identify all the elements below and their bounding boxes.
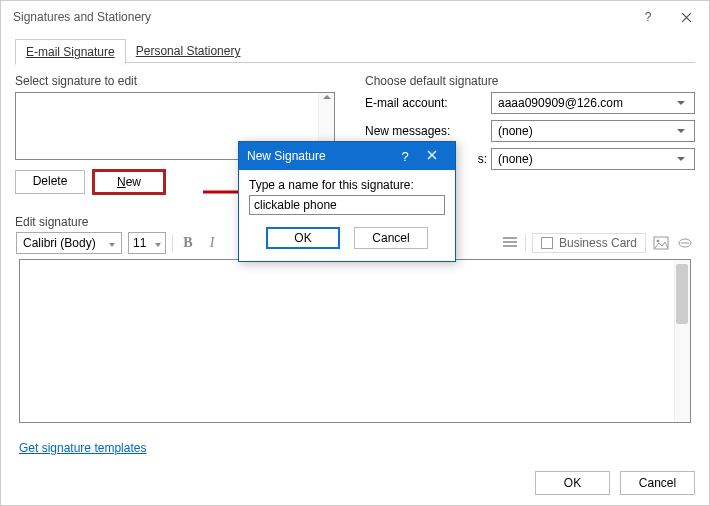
- email-account-combo[interactable]: aaaa090909@126.com: [491, 92, 695, 114]
- svg-point-3: [657, 240, 660, 243]
- replies-combo[interactable]: (none): [491, 148, 695, 170]
- divider: [172, 234, 173, 252]
- chevron-down-icon: [674, 129, 688, 133]
- business-card-button[interactable]: Business Card: [532, 233, 646, 253]
- modal-close-button[interactable]: [417, 149, 447, 163]
- new-messages-row: New messages: (none): [365, 120, 695, 142]
- modal-cancel-button[interactable]: Cancel: [354, 227, 428, 249]
- italic-button[interactable]: I: [203, 233, 221, 253]
- select-signature-label: Select signature to edit: [15, 74, 345, 88]
- modal-buttons: OK Cancel: [249, 227, 445, 249]
- help-button[interactable]: ?: [629, 3, 667, 31]
- scrollbar-thumb[interactable]: [676, 264, 688, 324]
- cancel-button[interactable]: Cancel: [620, 471, 695, 495]
- bold-button[interactable]: B: [179, 233, 197, 253]
- dialog-footer: OK Cancel: [535, 471, 695, 495]
- chevron-down-icon: [674, 101, 688, 105]
- font-size-combo[interactable]: 11: [128, 232, 166, 254]
- input-value: clickable phone: [254, 198, 337, 212]
- font-value: Calibri (Body): [23, 236, 96, 250]
- close-icon: [681, 12, 692, 23]
- help-icon: ?: [645, 10, 652, 24]
- tab-email-signature[interactable]: E-mail Signature: [15, 39, 126, 65]
- email-account-label: E-mail account:: [365, 96, 491, 110]
- modal-titlebar: New Signature ?: [239, 142, 455, 170]
- modal-title: New Signature: [247, 149, 393, 163]
- card-icon: [541, 237, 553, 249]
- tab-strip: E-mail Signature Personal Stationery: [15, 39, 695, 66]
- new-mnemonic: N: [117, 175, 126, 189]
- link-button[interactable]: [676, 233, 694, 253]
- combo-value: (none): [498, 124, 674, 138]
- modal-prompt: Type a name for this signature:: [249, 178, 414, 192]
- combo-value: (none): [498, 152, 674, 166]
- align-justify-icon[interactable]: [501, 233, 519, 253]
- signature-editor[interactable]: [19, 259, 691, 423]
- font-combo[interactable]: Calibri (Body): [16, 232, 122, 254]
- new-signature-dialog: New Signature ? Type a name for this sig…: [238, 141, 456, 262]
- ok-button[interactable]: OK: [535, 471, 610, 495]
- editor-scrollbar[interactable]: [674, 260, 690, 422]
- window-title: Signatures and Stationery: [13, 10, 629, 24]
- close-icon: [427, 150, 437, 160]
- tab-label: E-mail Signature: [26, 45, 115, 59]
- get-templates-link[interactable]: Get signature templates: [19, 441, 146, 455]
- new-button[interactable]: New: [93, 170, 165, 194]
- chevron-down-icon: [152, 236, 161, 250]
- titlebar: Signatures and Stationery ?: [1, 1, 709, 33]
- signature-name-input[interactable]: clickable phone: [249, 195, 445, 215]
- new-messages-label: New messages:: [365, 124, 491, 138]
- scroll-up-icon: [323, 95, 331, 99]
- modal-ok-button[interactable]: OK: [266, 227, 340, 249]
- bizcard-label: Business Card: [559, 236, 637, 250]
- divider: [525, 234, 526, 252]
- close-button[interactable]: [667, 3, 705, 31]
- email-account-row: E-mail account: aaaa090909@126.com: [365, 92, 695, 114]
- chevron-down-icon: [674, 157, 688, 161]
- modal-body: Type a name for this signature: clickabl…: [239, 170, 455, 261]
- modal-help-button[interactable]: ?: [393, 149, 417, 164]
- image-button[interactable]: [652, 233, 670, 253]
- combo-value: aaaa090909@126.com: [498, 96, 674, 110]
- new-messages-combo[interactable]: (none): [491, 120, 695, 142]
- delete-button[interactable]: Delete: [15, 170, 85, 194]
- edit-signature-label: Edit signature: [15, 215, 88, 229]
- size-value: 11: [133, 236, 146, 250]
- signatures-dialog: Signatures and Stationery ? E-mail Signa…: [0, 0, 710, 506]
- tab-label: Personal Stationery: [136, 44, 241, 58]
- chevron-down-icon: [106, 236, 115, 250]
- choose-default-label: Choose default signature: [365, 74, 695, 88]
